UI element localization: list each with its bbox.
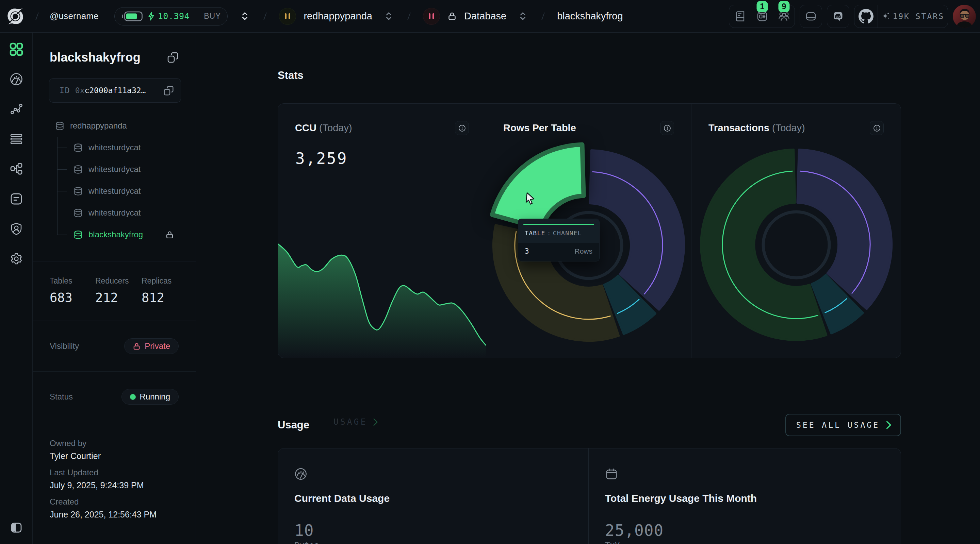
rail-item-tables[interactable]	[8, 131, 24, 147]
detail-value: June 26, 2025, 12:56:43 PM	[50, 510, 179, 520]
data-usage-title: Current Data Usage	[294, 493, 569, 504]
database-status-icon[interactable]	[423, 8, 440, 25]
visibility-badge[interactable]: Private	[124, 338, 179, 354]
info-button[interactable]	[870, 121, 884, 135]
stars-label: 19K STARS	[892, 12, 944, 21]
community-badge: 9	[778, 1, 789, 12]
stat-value: 812	[142, 290, 172, 305]
sidebar-header: blackshakyfrog	[33, 33, 196, 65]
rail-item-workflow[interactable]	[8, 161, 24, 177]
spacetimedb-logo[interactable]	[5, 6, 26, 27]
stats-heading: Stats	[278, 69, 901, 82]
energy-usage-unit: TxV	[605, 541, 882, 544]
rail-item-logs[interactable]	[8, 191, 24, 207]
info-button[interactable]	[455, 121, 469, 135]
breadcrumb-instance[interactable]: redhappypanda	[304, 11, 372, 22]
energy-pill[interactable]: 10.394 BUY	[115, 7, 228, 25]
panel-toggle-icon	[10, 521, 23, 534]
unfold-icon[interactable]	[385, 11, 393, 21]
database-icon	[73, 165, 83, 174]
copy-icon	[167, 52, 179, 63]
book-icon	[734, 10, 746, 22]
rail-item-settings[interactable]	[8, 251, 24, 267]
database-tree: redhappypanda whitesturdycat whitesturdy…	[33, 115, 196, 246]
breadcrumb-slash	[537, 11, 549, 22]
detail-label: Owned by	[50, 439, 179, 448]
username[interactable]: @username	[50, 11, 99, 21]
rail-item-permissions[interactable]	[8, 220, 24, 237]
docs-button[interactable]	[729, 5, 751, 27]
chevron-right-icon	[373, 418, 378, 427]
detail-label: Created	[50, 497, 179, 507]
main: Stats CCU (Today) 3,259 Rows Per Table	[196, 33, 980, 544]
tree-item-database-active[interactable]: blackshakyfrog	[33, 224, 196, 246]
breadcrumb-slash	[31, 11, 43, 22]
stat-label: Tables	[50, 276, 95, 285]
instance-status-icon[interactable]	[279, 8, 296, 25]
alert-circle-icon	[663, 124, 671, 132]
database-icon	[55, 121, 64, 130]
panel-button[interactable]	[800, 5, 822, 28]
ccu-area-chart	[278, 234, 486, 358]
unfold-icon[interactable]	[519, 11, 527, 21]
rail-item-metrics[interactable]	[8, 101, 24, 117]
sidebar: blackshakyfrog ID 0x c2000af11a32…	[33, 33, 196, 544]
changelog-button[interactable]: 1	[751, 5, 773, 27]
github-stars[interactable]: 19K STARS	[878, 5, 948, 27]
see-all-usage-button[interactable]: SEE ALL USAGE	[785, 414, 901, 436]
usage-cards: Current Data Usage 10 Bytes Total Energy…	[278, 448, 901, 544]
community-button[interactable]: 9	[773, 5, 795, 27]
usage-header-row: Usage USAGE SEE ALL USAGE	[278, 414, 901, 436]
database-icon	[73, 143, 83, 152]
github-group: 19K STARS	[854, 5, 948, 28]
rail-item-overview[interactable]	[8, 41, 24, 57]
tooltip-title: TABLE : CHANNEL	[523, 225, 594, 236]
stats-cards: CCU (Today) 3,259 Rows Per Table	[278, 103, 901, 358]
database-icon	[73, 208, 83, 217]
discord-button[interactable]	[827, 5, 850, 28]
rail-item-dashboard[interactable]	[8, 71, 24, 87]
sidebar-details: Owned by Tyler Courtier Last Updated Jul…	[33, 422, 196, 520]
chevron-right-icon	[886, 420, 891, 430]
breadcrumb-slash	[259, 11, 271, 22]
pause-bar	[288, 13, 290, 19]
topbar-right: 1 9	[729, 5, 980, 28]
gear-icon	[10, 252, 23, 266]
transactions-donut-chart[interactable]	[700, 149, 892, 341]
tree-item-database[interactable]: whitesturdycat	[33, 180, 196, 202]
tooltip-count: 3	[525, 247, 529, 255]
breadcrumb-database[interactable]: blackshakyfrog	[557, 11, 623, 22]
info-button[interactable]	[660, 121, 674, 135]
tooltip-value-row: 3 Rows	[518, 243, 599, 255]
copy-id-button[interactable]	[163, 85, 174, 96]
rows-icon	[10, 132, 23, 146]
transactions-card: Transactions (Today)	[691, 104, 901, 358]
avatar[interactable]	[953, 5, 976, 28]
topbar-nav-group: 1 9	[729, 5, 795, 28]
calendar-icon	[605, 468, 618, 481]
tree-item-database[interactable]: whitesturdycat	[33, 137, 196, 159]
tree-item-instance[interactable]: redhappypanda	[33, 115, 196, 137]
buy-button[interactable]: BUY	[198, 8, 227, 25]
id-prefix: 0x	[75, 86, 85, 95]
data-usage-card: Current Data Usage 10 Bytes	[278, 449, 588, 544]
breadcrumb-section[interactable]: Database	[464, 11, 506, 22]
collapse-sidebar-button[interactable]	[8, 520, 24, 536]
card-header: Transactions (Today)	[708, 122, 884, 135]
unfold-icon[interactable]	[240, 11, 249, 21]
topbar: @username 10.394 BUY redhappypanda	[0, 0, 980, 33]
tx-card-title: Transactions (Today)	[708, 122, 805, 133]
stat-label: Reducers	[95, 276, 142, 285]
tree-label: blackshakyfrog	[89, 230, 143, 239]
github-button[interactable]	[854, 5, 878, 27]
alert-circle-icon	[458, 124, 466, 132]
copy-name-button[interactable]	[167, 52, 179, 63]
pause-bar	[433, 13, 434, 19]
status-badge[interactable]: Running	[121, 389, 179, 404]
discord-icon	[832, 10, 844, 22]
detail-value: July 9, 2025, 9:24:39 PM	[50, 481, 179, 490]
id-value: c2000af11a32…	[84, 86, 146, 95]
tree-item-database[interactable]: whitesturdycat	[33, 202, 196, 224]
activity-graph-icon	[10, 102, 23, 116]
tree-item-database[interactable]: whitesturdycat	[33, 159, 196, 180]
